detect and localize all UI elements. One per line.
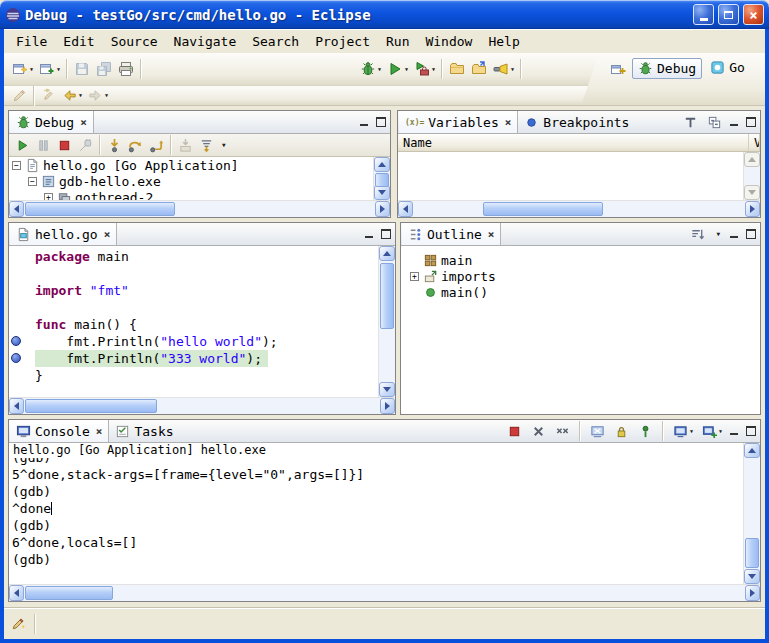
- scrollbar-track[interactable]: [24, 585, 745, 601]
- maximize-view-button[interactable]: [379, 228, 392, 240]
- minimize-view-button[interactable]: [728, 425, 741, 437]
- last-edit-location-button[interactable]: [38, 85, 59, 106]
- step-filters-button[interactable]: [196, 135, 217, 156]
- outline-view-menu-button[interactable]: ▼: [711, 228, 725, 240]
- display-console-button[interactable]: ▼: [670, 421, 696, 442]
- step-into-button[interactable]: [104, 135, 125, 156]
- run-button[interactable]: ▼: [384, 58, 411, 80]
- dropdown-arrow-icon[interactable]: ▼: [432, 67, 435, 72]
- tab-debug[interactable]: Debug ×: [10, 111, 94, 133]
- scroll-up-button[interactable]: [744, 443, 760, 458]
- tab-tasks[interactable]: Tasks: [109, 420, 179, 442]
- dropdown-arrow-icon[interactable]: ▼: [57, 67, 60, 72]
- minimize-view-button[interactable]: [363, 228, 376, 240]
- step-over-button[interactable]: [125, 135, 146, 156]
- menu-edit[interactable]: Edit: [55, 32, 102, 51]
- scrollbar-thumb[interactable]: [380, 263, 394, 329]
- scrollbar-thumb[interactable]: [745, 538, 759, 568]
- scroll-up-button[interactable]: [374, 157, 390, 172]
- scroll-right-button[interactable]: [745, 585, 760, 601]
- disconnect-button[interactable]: [75, 135, 96, 156]
- open-folder-button[interactable]: [446, 58, 468, 80]
- scroll-up-button[interactable]: [379, 246, 395, 261]
- drop-to-frame-button[interactable]: [175, 135, 196, 156]
- debug-vertical-scrollbar[interactable]: [373, 157, 390, 200]
- tree-item-thread[interactable]: + gothread-2: [9, 189, 373, 200]
- minimize-view-button[interactable]: [728, 116, 741, 128]
- search-button[interactable]: ▼: [490, 58, 517, 80]
- debug-view-menu-button[interactable]: ▼: [217, 139, 231, 151]
- clear-console-button[interactable]: [587, 421, 608, 442]
- close-tab-icon[interactable]: ×: [505, 117, 512, 128]
- save-all-button[interactable]: [93, 58, 115, 80]
- debug-button[interactable]: ▼: [357, 58, 384, 80]
- pin-console-button[interactable]: [635, 421, 656, 442]
- console-vertical-scrollbar[interactable]: [743, 443, 760, 584]
- close-tab-icon[interactable]: ×: [488, 229, 495, 240]
- menu-help[interactable]: Help: [480, 32, 527, 51]
- forward-button[interactable]: ▼: [85, 85, 111, 106]
- menu-file[interactable]: File: [8, 32, 55, 51]
- perspective-debug-button[interactable]: Debug: [632, 58, 702, 79]
- fast-view-button[interactable]: [8, 613, 29, 634]
- tab-hello-go[interactable]: hello.go ×: [10, 223, 117, 245]
- dropdown-arrow-icon[interactable]: ▼: [378, 67, 381, 72]
- close-tab-icon[interactable]: ×: [104, 229, 111, 240]
- step-return-button[interactable]: [146, 135, 167, 156]
- menu-window[interactable]: Window: [417, 32, 480, 51]
- maximize-view-button[interactable]: [744, 425, 757, 437]
- scrollbar-track[interactable]: [24, 398, 380, 414]
- perspective-go-button[interactable]: Go: [705, 58, 750, 77]
- scrollbar-track[interactable]: [374, 172, 390, 185]
- maximize-view-button[interactable]: [744, 228, 757, 240]
- console-terminate-button[interactable]: [504, 421, 525, 442]
- column-name[interactable]: Name: [398, 134, 749, 151]
- instruction-pointer-icon[interactable]: [11, 353, 21, 363]
- editor-horizontal-scrollbar[interactable]: [9, 397, 395, 414]
- variables-horizontal-scrollbar[interactable]: [398, 200, 760, 217]
- suspend-button[interactable]: [33, 135, 54, 156]
- scroll-left-button[interactable]: [398, 201, 413, 217]
- minimize-view-button[interactable]: [728, 228, 741, 240]
- window-close-button[interactable]: ×: [743, 4, 764, 25]
- scroll-down-button[interactable]: [744, 185, 760, 200]
- open-console-button[interactable]: ▼: [699, 421, 725, 442]
- back-button[interactable]: ▼: [59, 85, 85, 106]
- expand-expander[interactable]: +: [410, 272, 419, 281]
- menu-source[interactable]: Source: [103, 32, 166, 51]
- console-text-area[interactable]: (gdb) 5^done,stack-args=[frame={level="0…: [9, 458, 743, 584]
- external-tools-button[interactable]: ▼: [411, 58, 438, 80]
- menu-navigate[interactable]: Navigate: [166, 32, 245, 51]
- close-tab-icon[interactable]: ×: [96, 426, 103, 437]
- tab-outline[interactable]: Outline ×: [402, 223, 501, 245]
- scrollbar-track[interactable]: [413, 201, 745, 217]
- scroll-left-button[interactable]: [9, 398, 24, 414]
- editor-content[interactable]: package main import "fmt" func main() { …: [9, 246, 395, 397]
- tab-console[interactable]: Console ×: [10, 420, 109, 442]
- tab-breakpoints[interactable]: Breakpoints: [518, 111, 635, 133]
- dropdown-arrow-icon[interactable]: ▼: [405, 67, 408, 72]
- menu-run[interactable]: Run: [378, 32, 417, 51]
- open-perspective-button[interactable]: [607, 58, 629, 80]
- variables-table[interactable]: [398, 152, 743, 200]
- scrollbar-thumb[interactable]: [483, 202, 603, 216]
- window-maximize-button[interactable]: [718, 4, 739, 25]
- scroll-left-button[interactable]: [9, 585, 24, 601]
- scrollbar-track[interactable]: [744, 458, 760, 569]
- debug-horizontal-scrollbar[interactable]: [9, 200, 390, 217]
- outline-item-package[interactable]: main: [401, 252, 760, 268]
- window-minimize-button[interactable]: [693, 4, 714, 25]
- scroll-left-button[interactable]: [9, 201, 24, 217]
- dropdown-arrow-icon[interactable]: ▼: [30, 67, 33, 72]
- print-button[interactable]: [115, 58, 137, 80]
- tree-item-launch[interactable]: − hello.go [Go Application]: [9, 157, 373, 173]
- editor-vertical-scrollbar[interactable]: [378, 246, 395, 397]
- outline-item-imports[interactable]: + imports: [401, 268, 760, 284]
- dropdown-arrow-icon[interactable]: ▼: [511, 67, 514, 72]
- resume-button[interactable]: [12, 135, 33, 156]
- scroll-down-button[interactable]: [744, 569, 760, 584]
- scroll-up-button[interactable]: [744, 152, 760, 167]
- mark-occurrences-button[interactable]: [9, 85, 30, 106]
- save-button[interactable]: [71, 58, 93, 80]
- scroll-right-button[interactable]: [745, 201, 760, 217]
